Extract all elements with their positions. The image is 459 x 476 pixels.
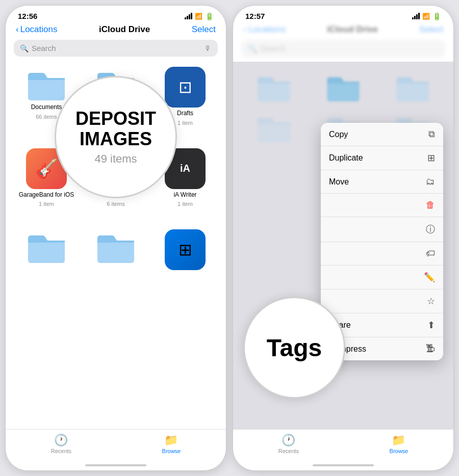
context-item-duplicate[interactable]: Duplicate ⊞ — [321, 146, 443, 170]
move-label: Move — [329, 177, 349, 187]
star-icon: ☆ — [427, 296, 435, 307]
signal-icon — [185, 13, 192, 19]
status-time-right: 12:57 — [245, 12, 265, 20]
file-count: 66 items — [36, 114, 57, 120]
tab-recents-right[interactable]: 🕐 Recents — [278, 434, 299, 454]
tags-text: Tags — [267, 334, 322, 362]
tags-overlay: Tags — [243, 297, 345, 399]
status-icons-left: 📶 🔋 — [185, 12, 214, 20]
file-browser-content: Documents 66 items Downloads 50 items — [6, 61, 226, 429]
back-button[interactable]: ‹ Locations — [16, 24, 57, 35]
tab-browse-label-right: Browse — [390, 448, 409, 454]
file-count: 6 items — [107, 201, 124, 207]
copy-label: Copy — [329, 130, 348, 139]
signal-icon-right — [412, 13, 420, 19]
list-item[interactable]: Downloads 50 items — [83, 67, 148, 126]
duplicate-icon: ⊞ — [427, 152, 435, 164]
file-name: Drafts — [177, 110, 193, 118]
mic-icon: 🎙 — [205, 44, 212, 52]
status-bar-right: 12:57 📶 🔋 — [233, 6, 453, 22]
trash-icon: 🗑 — [426, 200, 435, 210]
info-icon: ⓘ — [426, 223, 435, 235]
tab-browse[interactable]: 📁 Browse — [162, 434, 181, 454]
garageband-icon: 🎸 — [26, 148, 67, 189]
context-item-tags[interactable]: 🏷 — [321, 242, 443, 266]
nav-bar-left: ‹ Locations iCloud Drive Select — [6, 22, 226, 38]
tab-browse-right[interactable]: 📁 Browse — [390, 434, 409, 454]
browse-icon: 📁 — [164, 434, 178, 447]
ia-writer-icon: iA — [95, 148, 136, 189]
blurred-search: 🔍 Search — [241, 40, 445, 58]
list-item[interactable]: Documents 66 items — [14, 67, 79, 126]
status-time-left: 12:56 — [18, 12, 37, 20]
tab-bar: 🕐 Recents 📁 Browse — [6, 429, 226, 464]
right-phone: 12:57 📶 🔋 ‹ Locations iCloud Drive Selec… — [233, 5, 454, 471]
folder-icon-3 — [26, 229, 67, 264]
blurred-content: Copy ⧉ Duplicate ⊞ Move 🗂 🗑 ⓘ 🏷 — [233, 62, 453, 429]
file-count: 1 item — [39, 201, 54, 207]
context-item-rename[interactable]: ✏️ — [321, 266, 443, 289]
battery-icon-right: 🔋 — [432, 12, 441, 20]
select-button[interactable]: Select — [192, 24, 216, 35]
file-name: iA Writer — [173, 191, 196, 199]
recents-icon: 🕐 — [54, 434, 68, 447]
blurred-nav: ‹ Locations iCloud Drive Select — [233, 22, 453, 38]
list-item[interactable]: iA iA Writer 1 item — [152, 148, 218, 207]
file-count: 1 item — [177, 120, 193, 126]
folder-download-icon — [95, 67, 136, 101]
duplicate-label: Duplicate — [329, 153, 363, 163]
context-item-copy[interactable]: Copy ⧉ — [321, 123, 443, 146]
list-item[interactable]: iA iA Writer 6 items — [83, 148, 148, 207]
list-item[interactable]: 🎸 GarageBand for iOS 1 item — [14, 148, 79, 207]
context-item-info[interactable]: ⓘ — [321, 217, 443, 242]
move-icon: 🗂 — [426, 176, 435, 187]
tab-bar-right: 🕐 Recents 📁 Browse — [233, 429, 453, 464]
browse-icon-right: 📁 — [392, 434, 405, 447]
home-indicator — [85, 464, 146, 466]
tag-icon: 🏷 — [426, 248, 435, 259]
list-item[interactable]: ⊡ Drafts 1 item — [152, 67, 218, 126]
pencil-icon: ✏️ — [424, 272, 435, 283]
file-count: 50 items — [105, 114, 126, 120]
search-bar[interactable]: 🔍 Search 🎙 — [14, 40, 218, 57]
copy-icon: ⧉ — [428, 129, 435, 140]
file-name: Downloads — [100, 103, 131, 112]
wifi-icon: 📶 — [195, 13, 202, 20]
context-item-move[interactable]: Move 🗂 — [321, 170, 443, 194]
tab-recents-label-right: Recents — [278, 448, 299, 454]
folder-icon-4 — [95, 229, 136, 264]
recents-icon-right: 🕐 — [282, 434, 295, 447]
file-count: 1 item — [177, 201, 193, 207]
drafts-icon: ⊡ — [165, 67, 206, 108]
search-placeholder: Search — [32, 44, 201, 52]
home-indicator-right — [313, 464, 374, 466]
back-label: Locations — [20, 24, 58, 35]
context-item-delete[interactable]: 🗑 — [321, 194, 443, 217]
file-grid: Documents 66 items Downloads 50 items — [10, 65, 222, 272]
folder-icon — [26, 67, 67, 101]
compress-icon: 🗜 — [426, 343, 435, 354]
wifi-icon-right: 📶 — [422, 13, 430, 20]
list-item[interactable]: ⊞ — [152, 229, 218, 270]
tab-browse-label: Browse — [162, 448, 181, 454]
tab-recents[interactable]: 🕐 Recents — [51, 434, 71, 454]
search-icon: 🔍 — [20, 44, 29, 52]
list-item[interactable] — [83, 229, 148, 270]
keynote-icon: ⊞ — [165, 229, 206, 270]
file-name: Documents — [31, 103, 62, 112]
file-name: iA Writer — [104, 191, 127, 199]
tags-circle: Tags — [243, 297, 345, 399]
chevron-left-icon: ‹ — [16, 24, 19, 35]
status-icons-right: 📶 🔋 — [412, 12, 441, 20]
nav-title: iCloud Drive — [99, 24, 150, 35]
status-bar-left: 12:56 📶 🔋 — [6, 6, 226, 22]
battery-icon: 🔋 — [205, 12, 214, 20]
ia-writer-icon-2: iA — [165, 148, 206, 189]
file-name: GarageBand for iOS — [19, 191, 74, 199]
left-phone: 12:56 📶 🔋 ‹ Locations iCloud Drive Selec… — [5, 5, 226, 471]
tab-recents-label: Recents — [51, 448, 71, 454]
share-icon: ⬆ — [427, 320, 435, 331]
list-item[interactable] — [14, 229, 79, 270]
